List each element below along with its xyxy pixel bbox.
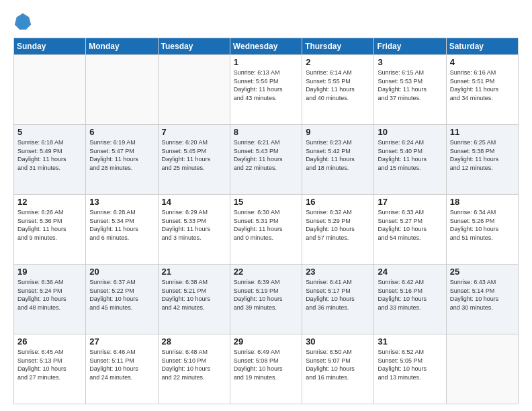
day-info: Sunrise: 6:41 AM Sunset: 5:17 PM Dayligh… [306, 278, 370, 312]
day-number: 27 [89, 336, 154, 347]
day-number: 28 [162, 336, 226, 347]
day-info: Sunrise: 6:39 AM Sunset: 5:19 PM Dayligh… [234, 278, 298, 312]
day-info: Sunrise: 6:36 AM Sunset: 5:24 PM Dayligh… [17, 278, 82, 312]
day-number: 29 [234, 336, 298, 347]
day-info: Sunrise: 6:49 AM Sunset: 5:08 PM Dayligh… [234, 348, 298, 381]
calendar-day-cell: 26Sunrise: 6:45 AM Sunset: 5:13 PM Dayli… [14, 334, 86, 404]
day-number: 2 [306, 57, 370, 67]
day-info: Sunrise: 6:20 AM Sunset: 5:45 PM Dayligh… [162, 138, 226, 172]
page: SundayMondayTuesdayWednesdayThursdayFrid… [0, 0, 532, 411]
calendar-day-cell: 18Sunrise: 6:34 AM Sunset: 5:26 PM Dayli… [446, 195, 518, 265]
day-info: Sunrise: 6:30 AM Sunset: 5:31 PM Dayligh… [234, 208, 298, 242]
day-info: Sunrise: 6:14 AM Sunset: 5:55 PM Dayligh… [306, 68, 370, 102]
calendar-day-cell: 19Sunrise: 6:36 AM Sunset: 5:24 PM Dayli… [14, 265, 86, 334]
day-info: Sunrise: 6:42 AM Sunset: 5:16 PM Dayligh… [378, 278, 442, 312]
calendar-day-cell: 4Sunrise: 6:16 AM Sunset: 5:51 PM Daylig… [446, 55, 518, 125]
day-info: Sunrise: 6:33 AM Sunset: 5:27 PM Dayligh… [378, 208, 442, 242]
day-number: 22 [234, 267, 298, 277]
day-info: Sunrise: 6:23 AM Sunset: 5:42 PM Dayligh… [306, 138, 370, 172]
calendar-day-cell: 31Sunrise: 6:52 AM Sunset: 5:05 PM Dayli… [374, 334, 446, 404]
day-info: Sunrise: 6:13 AM Sunset: 5:56 PM Dayligh… [234, 68, 298, 102]
calendar-day-cell: 12Sunrise: 6:26 AM Sunset: 5:36 PM Dayli… [14, 195, 86, 265]
calendar-day-cell: 8Sunrise: 6:21 AM Sunset: 5:43 PM Daylig… [230, 125, 302, 195]
day-info: Sunrise: 6:15 AM Sunset: 5:53 PM Dayligh… [378, 68, 442, 102]
calendar-day-cell: 23Sunrise: 6:41 AM Sunset: 5:17 PM Dayli… [302, 265, 374, 334]
day-info: Sunrise: 6:16 AM Sunset: 5:51 PM Dayligh… [450, 68, 515, 102]
day-number: 4 [450, 57, 515, 67]
day-number: 14 [162, 197, 226, 207]
day-number: 9 [306, 127, 370, 137]
logo-icon [13, 12, 32, 31]
calendar-day-cell: 11Sunrise: 6:25 AM Sunset: 5:38 PM Dayli… [446, 125, 518, 195]
day-number: 24 [378, 267, 442, 277]
calendar-day-cell: 28Sunrise: 6:48 AM Sunset: 5:10 PM Dayli… [158, 334, 230, 404]
calendar-day-cell: 3Sunrise: 6:15 AM Sunset: 5:53 PM Daylig… [374, 55, 446, 125]
day-info: Sunrise: 6:46 AM Sunset: 5:11 PM Dayligh… [89, 348, 154, 381]
calendar-week-row: 19Sunrise: 6:36 AM Sunset: 5:24 PM Dayli… [14, 265, 519, 334]
calendar-header-row: SundayMondayTuesdayWednesdayThursdayFrid… [14, 38, 519, 55]
calendar-day-cell: 24Sunrise: 6:42 AM Sunset: 5:16 PM Dayli… [374, 265, 446, 334]
day-info: Sunrise: 6:48 AM Sunset: 5:10 PM Dayligh… [162, 348, 226, 381]
calendar-day-cell: 5Sunrise: 6:18 AM Sunset: 5:49 PM Daylig… [14, 125, 86, 195]
calendar-day-cell: 27Sunrise: 6:46 AM Sunset: 5:11 PM Dayli… [86, 334, 158, 404]
day-number: 30 [306, 336, 370, 347]
day-number: 10 [378, 127, 442, 137]
calendar-day-cell: 13Sunrise: 6:28 AM Sunset: 5:34 PM Dayli… [86, 195, 158, 265]
day-info: Sunrise: 6:45 AM Sunset: 5:13 PM Dayligh… [17, 348, 82, 381]
day-info: Sunrise: 6:25 AM Sunset: 5:38 PM Dayligh… [450, 138, 515, 172]
calendar-day-cell: 20Sunrise: 6:37 AM Sunset: 5:22 PM Dayli… [86, 265, 158, 334]
calendar-day-header: Saturday [446, 38, 518, 55]
day-number: 13 [89, 197, 154, 207]
day-info: Sunrise: 6:26 AM Sunset: 5:36 PM Dayligh… [17, 208, 82, 242]
day-info: Sunrise: 6:28 AM Sunset: 5:34 PM Dayligh… [89, 208, 154, 242]
calendar-day-header: Monday [86, 38, 158, 55]
day-number: 23 [306, 267, 370, 277]
calendar-day-cell: 30Sunrise: 6:50 AM Sunset: 5:07 PM Dayli… [302, 334, 374, 404]
calendar-day-cell: 16Sunrise: 6:32 AM Sunset: 5:29 PM Dayli… [302, 195, 374, 265]
calendar-week-row: 26Sunrise: 6:45 AM Sunset: 5:13 PM Dayli… [14, 334, 519, 404]
day-number: 5 [17, 127, 82, 137]
calendar-week-row: 5Sunrise: 6:18 AM Sunset: 5:49 PM Daylig… [14, 125, 519, 195]
day-info: Sunrise: 6:52 AM Sunset: 5:05 PM Dayligh… [378, 348, 442, 381]
day-number: 31 [378, 336, 442, 347]
day-number: 20 [89, 267, 154, 277]
calendar-day-cell [86, 55, 158, 125]
day-number: 25 [450, 267, 515, 277]
day-number: 1 [234, 57, 298, 67]
day-info: Sunrise: 6:37 AM Sunset: 5:22 PM Dayligh… [89, 278, 154, 312]
calendar-day-header: Friday [374, 38, 446, 55]
calendar-day-cell [446, 334, 518, 404]
calendar-day-header: Tuesday [158, 38, 230, 55]
calendar-day-header: Sunday [14, 38, 86, 55]
calendar-day-header: Wednesday [230, 38, 302, 55]
calendar-day-cell: 17Sunrise: 6:33 AM Sunset: 5:27 PM Dayli… [374, 195, 446, 265]
calendar-table: SundayMondayTuesdayWednesdayThursdayFrid… [13, 38, 519, 404]
day-number: 21 [162, 267, 226, 277]
calendar-day-cell: 10Sunrise: 6:24 AM Sunset: 5:40 PM Dayli… [374, 125, 446, 195]
logo [13, 12, 35, 31]
calendar-day-cell: 9Sunrise: 6:23 AM Sunset: 5:42 PM Daylig… [302, 125, 374, 195]
day-number: 18 [450, 197, 515, 207]
calendar-week-row: 1Sunrise: 6:13 AM Sunset: 5:56 PM Daylig… [14, 55, 519, 125]
day-number: 6 [89, 127, 154, 137]
calendar-day-header: Thursday [302, 38, 374, 55]
day-info: Sunrise: 6:19 AM Sunset: 5:47 PM Dayligh… [89, 138, 154, 172]
day-number: 15 [234, 197, 298, 207]
header [13, 12, 519, 31]
day-number: 8 [234, 127, 298, 137]
calendar-day-cell: 15Sunrise: 6:30 AM Sunset: 5:31 PM Dayli… [230, 195, 302, 265]
day-info: Sunrise: 6:32 AM Sunset: 5:29 PM Dayligh… [306, 208, 370, 242]
calendar-day-cell: 14Sunrise: 6:29 AM Sunset: 5:33 PM Dayli… [158, 195, 230, 265]
day-number: 16 [306, 197, 370, 207]
calendar-day-cell [158, 55, 230, 125]
day-number: 17 [378, 197, 442, 207]
calendar-day-cell [14, 55, 86, 125]
calendar-day-cell: 6Sunrise: 6:19 AM Sunset: 5:47 PM Daylig… [86, 125, 158, 195]
day-info: Sunrise: 6:24 AM Sunset: 5:40 PM Dayligh… [378, 138, 442, 172]
calendar-week-row: 12Sunrise: 6:26 AM Sunset: 5:36 PM Dayli… [14, 195, 519, 265]
day-info: Sunrise: 6:29 AM Sunset: 5:33 PM Dayligh… [162, 208, 226, 242]
day-info: Sunrise: 6:50 AM Sunset: 5:07 PM Dayligh… [306, 348, 370, 381]
day-info: Sunrise: 6:34 AM Sunset: 5:26 PM Dayligh… [450, 208, 515, 242]
calendar-day-cell: 25Sunrise: 6:43 AM Sunset: 5:14 PM Dayli… [446, 265, 518, 334]
day-number: 19 [17, 267, 82, 277]
